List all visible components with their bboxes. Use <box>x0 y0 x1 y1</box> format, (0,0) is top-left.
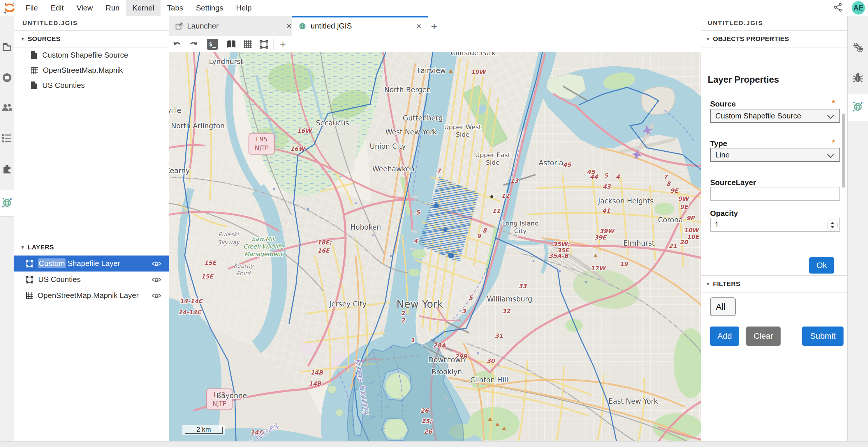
new-vector-layer-button[interactable] <box>256 38 272 50</box>
terminal-icon: $_ <box>207 39 218 50</box>
raster-grid-icon <box>243 40 252 48</box>
filter-logic-select[interactable]: All <box>710 298 736 316</box>
undo-button[interactable] <box>169 38 185 50</box>
map-route-label: 14-14C <box>180 298 204 305</box>
source-item-custom-shapefile[interactable]: Custom Shapefile Source <box>14 47 169 63</box>
map-route-label: 4 <box>616 173 620 180</box>
close-tab-icon[interactable]: × <box>416 21 421 31</box>
caret-down-icon: ▾ <box>21 244 24 250</box>
ok-button[interactable]: Ok <box>809 257 834 274</box>
map-place-label: Kearny <box>234 262 254 269</box>
redo-button[interactable] <box>185 38 202 50</box>
svg-text:NJTP: NJTP <box>212 400 226 407</box>
raster-grid-icon <box>31 66 38 74</box>
user-avatar[interactable]: AE <box>852 1 865 14</box>
map-route-label: 10E <box>687 233 700 240</box>
map-route-label: 11 <box>492 207 500 214</box>
layers-header-label: LAYERS <box>28 244 54 251</box>
menu-settings[interactable]: Settings <box>189 0 229 16</box>
tab-launcher[interactable]: Launcher × <box>169 16 298 36</box>
menu-help[interactable]: Help <box>229 0 258 16</box>
map-route-label: 9P <box>686 214 695 221</box>
map-place-label: West New York <box>385 128 437 136</box>
visibility-eye-icon[interactable] <box>152 261 161 267</box>
right-activity-bar <box>847 16 868 442</box>
panel-scrollbar[interactable] <box>842 113 845 188</box>
source-item-us-counties[interactable]: US Counties <box>14 78 169 93</box>
map-route-label: 31 <box>495 332 503 339</box>
new-raster-layer-button[interactable] <box>240 38 256 50</box>
map-place-label: City <box>514 227 527 235</box>
menu-kernel[interactable]: Kernel <box>126 0 160 16</box>
debugger-bug-icon[interactable] <box>847 73 868 83</box>
map-route-label: 28A <box>433 342 446 349</box>
collaboration-icon[interactable] <box>0 103 14 112</box>
share-icon[interactable] <box>833 2 843 13</box>
map-route-label: 14-14C <box>178 309 202 316</box>
file-browser-icon[interactable] <box>0 42 14 52</box>
map-route-label: 18E; <box>317 239 332 246</box>
layer-row-custom-shapefile[interactable]: Custom Shapefile Layer <box>14 255 169 272</box>
sources-section-header[interactable]: ▾ SOURCES <box>14 31 169 47</box>
visibility-eye-icon[interactable] <box>152 277 161 283</box>
objects-properties-header[interactable]: ▾ OBJECTS PROPERTIES <box>701 31 847 47</box>
map-place-label: Williamsburg <box>487 295 532 303</box>
extensions-icon[interactable] <box>0 164 14 175</box>
visibility-eye-icon[interactable] <box>152 293 161 299</box>
jupytergis-globe-icon[interactable] <box>0 197 14 208</box>
map-place-label: Elmhurst <box>623 239 654 247</box>
menu-edit[interactable]: Edit <box>44 0 70 16</box>
menu-run[interactable]: Run <box>99 0 126 16</box>
dock-tab-bar: Launcher × untitled.jGIS × + <box>169 16 701 37</box>
menu-tabs[interactable]: Tabs <box>160 0 189 16</box>
map-route-label: 16W <box>290 145 306 152</box>
layer-row-us-counties[interactable]: US Counties <box>14 272 169 287</box>
identify-console-button[interactable]: $_ <box>204 38 221 50</box>
svg-text:NJTP: NJTP <box>255 145 268 151</box>
basemap-gallery-button[interactable] <box>223 38 240 50</box>
layers-section-header[interactable]: ▾ LAYERS <box>14 239 169 256</box>
highway-shield: I 95 NJTP <box>249 133 275 154</box>
menu-view[interactable]: View <box>70 0 99 16</box>
layer-row-openstreetmap[interactable]: OpenStreetMap.Mapnik Layer <box>14 287 169 304</box>
type-select[interactable]: Line <box>710 148 840 162</box>
filters-section-header[interactable]: ▾ FILTERS <box>701 276 847 293</box>
table-of-contents-icon[interactable] <box>0 134 14 143</box>
map-route-label: 7 <box>663 173 668 180</box>
layer-label-highlight: Custom <box>38 259 66 268</box>
menu-bar: File Edit View Run Kernel Tabs Settings … <box>0 0 868 16</box>
add-toolbar-item-button[interactable]: + <box>275 38 291 50</box>
file-icon <box>31 81 38 89</box>
map-canvas[interactable]: I 95 NJTP I 78 NJTP 19W16W16W18E;16E15E1… <box>169 52 701 442</box>
map-route-label: 9E <box>670 187 679 194</box>
source-item-openstreetmap[interactable]: OpenStreetMap.Mapnik <box>14 63 169 78</box>
jupytergis-globe-icon[interactable] <box>847 101 868 112</box>
opacity-input[interactable] <box>710 218 840 232</box>
map-route-label: 39W <box>599 228 615 235</box>
submit-filter-button[interactable]: Submit <box>802 326 843 346</box>
stepper-up-icon[interactable] <box>830 222 835 225</box>
clear-filter-button[interactable]: Clear <box>746 326 781 346</box>
map-route-label: 9E <box>680 203 688 210</box>
property-inspector-icon[interactable] <box>847 42 868 53</box>
objects-properties-label: OBJECTS PROPERTIES <box>713 35 789 43</box>
map-route-label: 8 <box>483 227 487 234</box>
add-filter-button[interactable]: Add <box>710 326 739 346</box>
scale-label: 2 km <box>182 426 225 434</box>
map-route-label: 4 <box>413 238 418 244</box>
map-route-label: 43 <box>602 183 611 190</box>
map-route-label: 5 <box>604 172 609 179</box>
map-route-label: 14B <box>310 369 323 376</box>
close-tab-icon[interactable]: × <box>286 21 292 31</box>
sourcelayer-input[interactable] <box>710 187 840 201</box>
osm-basemap: I 95 NJTP I 78 NJTP 19W16W16W18E;16E15E1… <box>169 52 701 442</box>
map-route-label: 33 <box>518 283 527 289</box>
stepper-down-icon[interactable] <box>830 226 835 229</box>
running-sessions-icon[interactable] <box>0 72 14 83</box>
tab-untitled-jgis[interactable]: untitled.jGIS × <box>292 16 428 36</box>
menu-file[interactable]: File <box>19 0 44 16</box>
opacity-stepper[interactable] <box>827 219 838 231</box>
source-select[interactable]: Custom Shapefile Source <box>710 109 840 123</box>
new-tab-button[interactable]: + <box>427 19 442 34</box>
map-place-label: Astoria <box>539 159 563 167</box>
